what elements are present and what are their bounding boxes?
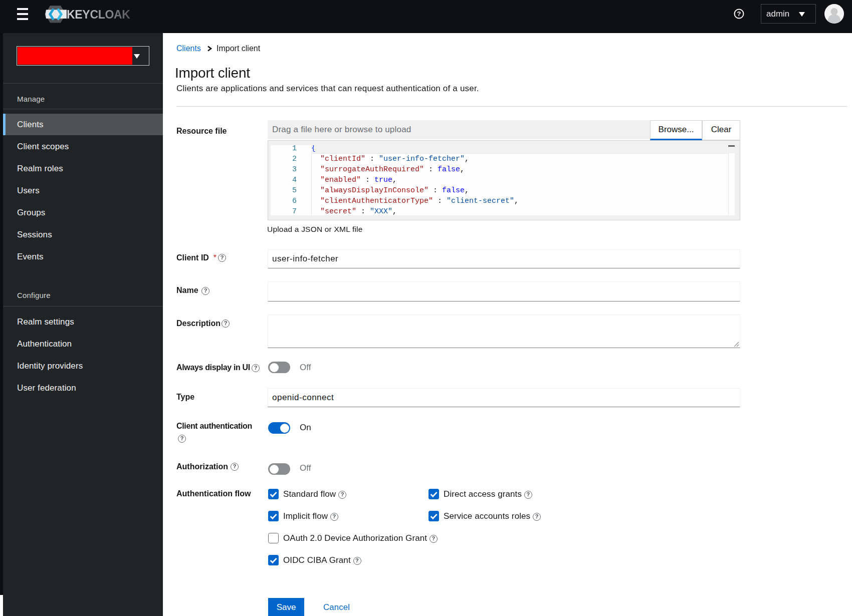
svg-text:?: ? xyxy=(737,10,741,18)
